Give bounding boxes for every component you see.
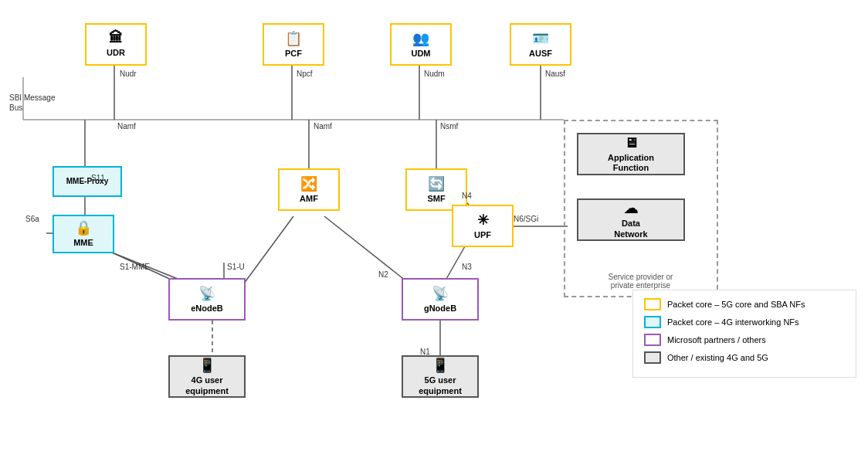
udr-node: 🏛 UDR: [85, 23, 147, 66]
af-label: Application Function: [608, 153, 654, 173]
label-s1-mme: S1-MME: [120, 263, 150, 271]
ue4g-icon: 📱: [198, 357, 215, 374]
upf-node: ✳ UPF: [452, 205, 514, 247]
pcf-label: PCF: [285, 49, 302, 59]
mme-label: MME: [73, 238, 93, 248]
legend-swatch-cyan: [644, 316, 661, 328]
ue5g-label: 5G user equipment: [419, 375, 462, 395]
ue4g-label: 4G user equipment: [185, 375, 229, 395]
legend-label-gray: Other / existing 4G and 5G: [667, 353, 768, 362]
label-n6-sgi: N6/SGi: [514, 215, 538, 223]
label-n4: N4: [462, 192, 472, 200]
af-icon: 🖥: [624, 135, 638, 151]
smf-icon: 🔄: [428, 175, 445, 192]
label-n2: N2: [378, 270, 388, 279]
ue4g-node: 📱 4G user equipment: [168, 355, 246, 398]
gnodeb-icon: 📡: [432, 285, 449, 302]
ausf-label: AUSF: [529, 49, 552, 59]
ue5g-icon: 📱: [432, 357, 449, 374]
udm-icon: 👥: [412, 30, 429, 47]
label-n1: N1: [420, 348, 430, 356]
af-node: 🖥 Application Function: [577, 133, 685, 175]
legend-item-gray: Other / existing 4G and 5G: [644, 351, 845, 364]
label-s1-u: S1-U: [227, 263, 245, 271]
udm-node: 👥 UDM: [390, 23, 452, 66]
label-nsmf: Nsmf: [440, 122, 458, 131]
legend-item-purple: Microsoft partners / others: [644, 334, 845, 346]
ue5g-node: 📱 5G user equipment: [402, 355, 479, 398]
label-nudr: Nudr: [120, 70, 137, 78]
legend: Packet core – 5G core and SBA NFs Packet…: [632, 290, 856, 378]
label-n3: N3: [462, 263, 472, 271]
amf-node: 🔀 AMF: [278, 168, 340, 211]
gnodeb-label: gNodeB: [424, 304, 456, 314]
smf-label: SMF: [427, 194, 445, 204]
legend-label-cyan: Packet core – 4G interworking NFs: [667, 317, 799, 327]
enodeb-node: 📡 eNodeB: [168, 278, 246, 321]
dn-node: ☁ Data Network: [577, 198, 685, 241]
mme-icon: 🔒: [75, 219, 92, 236]
label-npcf: Npcf: [297, 70, 313, 78]
enodeb-label: eNodeB: [191, 304, 223, 314]
label-nudm: Nudm: [424, 70, 445, 78]
label-s6a: S6a: [25, 215, 39, 223]
legend-swatch-purple: [644, 334, 661, 346]
pcf-icon: 📋: [285, 30, 302, 47]
service-provider-label: Service provider orprivate enterprise: [573, 273, 708, 290]
mme-node: 🔒 MME: [53, 215, 114, 253]
ausf-icon: 🪪: [532, 30, 549, 47]
sbi-label: SBI MessageBus: [9, 93, 55, 113]
legend-swatch-yellow: [644, 298, 661, 310]
label-namf-left: Namf: [117, 122, 136, 131]
udr-icon: 🏛: [109, 30, 123, 46]
diagram-container: 🏛 UDR 📋 PCF 👥 UDM 🪪 AUSF 🔀 AMF 🔄 SMF ✳ U…: [0, 0, 868, 458]
upf-label: UPF: [474, 230, 491, 240]
svg-line-12: [239, 216, 293, 290]
legend-label-purple: Microsoft partners / others: [667, 335, 766, 344]
amf-label: AMF: [300, 194, 318, 204]
gnodeb-node: 📡 gNodeB: [402, 278, 479, 321]
udr-label: UDR: [107, 48, 125, 58]
udm-label: UDM: [411, 49, 430, 59]
label-namf: Namf: [314, 122, 332, 131]
label-nausf: Nausf: [545, 70, 565, 78]
legend-swatch-gray: [644, 351, 661, 364]
mme-proxy-node: MME-Proxy: [53, 166, 122, 197]
label-s11: S11: [91, 174, 105, 182]
service-provider-box: 🖥 Application Function ☁ Data Network Se…: [564, 120, 718, 297]
ausf-node: 🪪 AUSF: [510, 23, 571, 66]
legend-item-cyan: Packet core – 4G interworking NFs: [644, 316, 845, 328]
dn-label: Data Network: [614, 219, 647, 239]
upf-icon: ✳: [477, 212, 489, 229]
amf-icon: 🔀: [300, 175, 317, 192]
legend-item-yellow: Packet core – 5G core and SBA NFs: [644, 298, 845, 310]
enodeb-icon: 📡: [198, 285, 215, 302]
pcf-node: 📋 PCF: [263, 23, 324, 66]
legend-label-yellow: Packet core – 5G core and SBA NFs: [667, 300, 805, 309]
dn-icon: ☁: [624, 200, 638, 217]
